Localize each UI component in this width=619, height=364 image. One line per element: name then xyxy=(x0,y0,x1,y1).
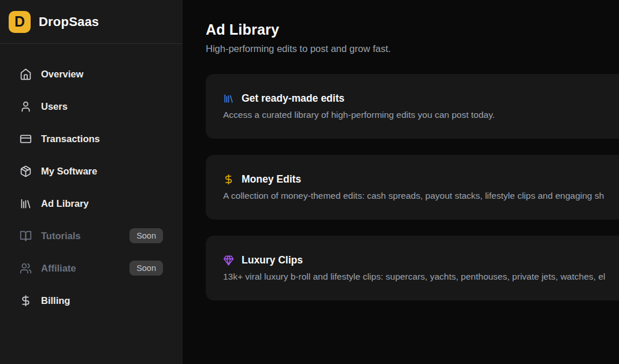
brand-mark-icon: D xyxy=(9,11,31,33)
user-icon xyxy=(20,101,32,113)
library-icon xyxy=(20,198,32,210)
card-luxury-clips[interactable]: Luxury Clips 13k+ viral luxury b-roll an… xyxy=(206,236,619,300)
card-ready-made-edits[interactable]: Get ready-made edits Access a curated li… xyxy=(206,74,619,139)
sidebar-item-label: Overview xyxy=(41,69,83,80)
sidebar-item-affiliate: Affiliate Soon xyxy=(0,252,183,284)
app-window: D DropSaas Overview Users Transactions M… xyxy=(0,0,619,364)
card-title: Money Edits xyxy=(242,173,301,185)
book-open-icon xyxy=(20,230,32,242)
card-title: Get ready-made edits xyxy=(242,92,344,105)
gem-icon xyxy=(223,255,234,266)
sidebar-item-label: Affiliate xyxy=(41,263,76,274)
users-icon xyxy=(20,262,32,274)
app-name: DropSaas xyxy=(39,14,99,29)
sidebar-item-label: Transactions xyxy=(41,133,100,144)
sidebar-item-users[interactable]: Users xyxy=(0,90,183,122)
sidebar: D DropSaas Overview Users Transactions M… xyxy=(0,0,183,364)
sidebar-item-transactions[interactable]: Transactions xyxy=(0,122,183,155)
page-subtitle: High-performing edits to post and grow f… xyxy=(206,43,619,54)
sidebar-item-tutorials: Tutorials Soon xyxy=(0,220,183,252)
sidebar-item-label: Users xyxy=(41,101,68,112)
sidebar-item-label: Tutorials xyxy=(41,231,80,242)
card-description: 13k+ viral luxury b-roll and lifestyle c… xyxy=(223,272,619,282)
sidebar-item-overview[interactable]: Overview xyxy=(0,58,183,90)
sidebar-item-label: Billing xyxy=(41,295,70,306)
card-description: A collection of money-themed edits: cash… xyxy=(223,191,619,201)
soon-badge: Soon xyxy=(129,228,163,243)
sidebar-item-billing[interactable]: Billing xyxy=(0,284,183,317)
card-list: Get ready-made edits Access a curated li… xyxy=(206,74,619,300)
dollar-icon xyxy=(20,295,32,307)
page-title: Ad Library xyxy=(206,21,619,38)
card-description: Access a curated library of high-perform… xyxy=(223,110,619,120)
soon-badge: Soon xyxy=(129,261,163,276)
sidebar-item-my-software[interactable]: My Software xyxy=(0,155,183,187)
package-icon xyxy=(20,165,32,177)
credit-card-icon xyxy=(20,133,32,145)
dollar-icon xyxy=(223,174,234,185)
app-logo: D DropSaas xyxy=(0,0,183,44)
main-content: Ad Library High-performing edits to post… xyxy=(183,0,619,364)
card-money-edits[interactable]: Money Edits A collection of money-themed… xyxy=(206,155,619,220)
home-icon xyxy=(20,68,32,80)
sidebar-nav: Overview Users Transactions My Software … xyxy=(0,44,183,317)
sidebar-item-label: My Software xyxy=(41,166,97,177)
library-icon xyxy=(223,93,234,104)
sidebar-item-ad-library[interactable]: Ad Library xyxy=(0,187,183,220)
card-title: Luxury Clips xyxy=(242,254,303,266)
sidebar-item-label: Ad Library xyxy=(41,198,89,209)
